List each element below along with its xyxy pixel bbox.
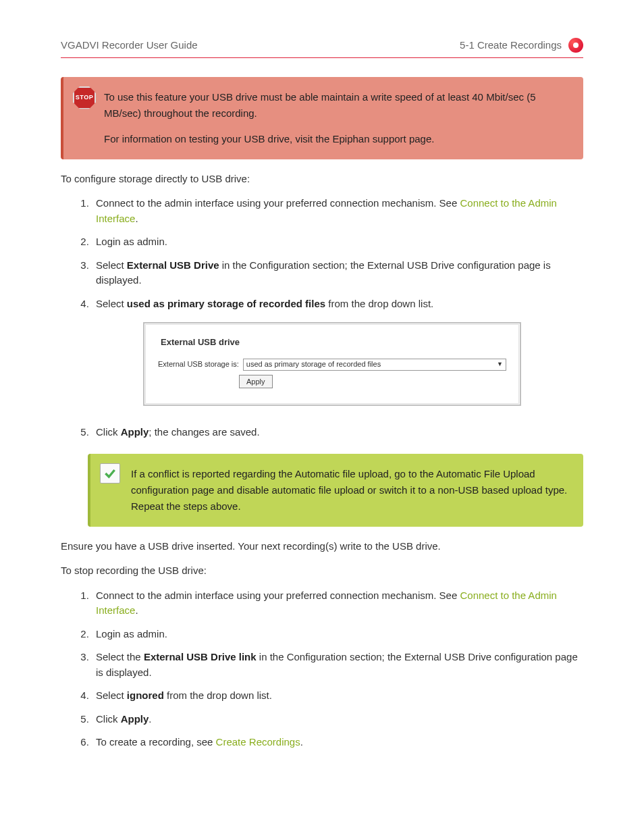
stop-text-2: For information on testing your USB driv… xyxy=(104,131,568,147)
stop-sign-icon: STOP xyxy=(73,86,96,109)
screenshot-label: External USB storage is: xyxy=(158,359,239,370)
step-5-post: ; the changes are saved. xyxy=(149,426,259,438)
stop-step-5-bold: Apply xyxy=(121,713,149,725)
usb-storage-select-value: used as primary storage of recorded file… xyxy=(246,359,381,370)
tip-text: If a conflict is reported regarding the … xyxy=(131,466,568,515)
step-1-post: . xyxy=(135,213,138,224)
step-4-post: from the drop down list. xyxy=(325,298,433,309)
section-title: 5-1 Create Recordings xyxy=(460,38,562,53)
ensure-usb-text: Ensure you have a USB drive inserted. Yo… xyxy=(61,539,583,554)
intro-stop: To stop recording the USB drive: xyxy=(61,563,583,579)
screenshot-row: External USB storage is: used as primary… xyxy=(158,359,506,371)
stop-step-4-bold: ignored xyxy=(127,689,164,701)
tip-callout: If a conflict is reported regarding the … xyxy=(88,454,583,527)
step-4: Select used as primary storage of record… xyxy=(92,296,583,407)
stop-step-1-post: . xyxy=(135,604,138,616)
step-5: Click Apply; the changes are saved. xyxy=(92,425,583,440)
stop-text-1: To use this feature your USB drive must … xyxy=(104,89,568,122)
screenshot-title: External USB drive xyxy=(161,336,506,349)
stop-step-6-post: . xyxy=(300,736,303,748)
chevron-down-icon: ▼ xyxy=(497,360,503,369)
stop-steps: Connect to the admin interface using you… xyxy=(92,588,583,750)
step-1-text: Connect to the admin interface using you… xyxy=(96,197,460,209)
brand-icon xyxy=(568,38,583,53)
stop-step-3: Select the External USB Drive link in th… xyxy=(92,650,583,680)
screenshot-panel: External USB drive External USB storage … xyxy=(145,324,519,404)
step-5-bold: Apply xyxy=(121,426,149,438)
stop-step-1: Connect to the admin interface using you… xyxy=(92,588,583,619)
step-1: Connect to the admin interface using you… xyxy=(92,196,583,226)
stop-step-1-pre: Connect to the admin interface using you… xyxy=(96,590,460,601)
section-title-wrap: 5-1 Create Recordings xyxy=(460,38,583,53)
step-2: Login as admin. xyxy=(92,234,583,250)
step-3-bold: External USB Drive xyxy=(127,259,219,271)
embedded-screenshot: External USB drive External USB storage … xyxy=(143,322,521,406)
create-recordings-link[interactable]: Create Recordings xyxy=(216,736,300,748)
guide-title: VGADVI Recorder User Guide xyxy=(61,38,198,53)
stop-step-4-post: from the drop down list. xyxy=(164,689,272,701)
checkmark-icon xyxy=(100,463,123,486)
stop-step-6-pre: To create a recording, see xyxy=(96,736,216,748)
page-header: VGADVI Recorder User Guide 5-1 Create Re… xyxy=(61,38,583,58)
step-4-bold: used as primary storage of recorded file… xyxy=(127,298,325,309)
intro-configure: To configure storage directly to USB dri… xyxy=(61,172,583,187)
stop-step-4: Select ignored from the drop down list. xyxy=(92,688,583,704)
stop-step-3-bold: External USB Drive link xyxy=(144,651,257,662)
stop-icon: STOP xyxy=(73,86,96,109)
stop-callout: STOP To use this feature your USB drive … xyxy=(61,77,583,159)
usb-storage-select[interactable]: used as primary storage of recorded file… xyxy=(243,359,506,371)
stop-step-3-pre: Select the xyxy=(96,651,144,662)
step-3: Select External USB Drive in the Configu… xyxy=(92,258,583,288)
configure-steps: Connect to the admin interface using you… xyxy=(92,196,583,440)
stop-step-4-pre: Select xyxy=(96,689,127,701)
step-3-pre: Select xyxy=(96,259,127,271)
step-4-pre: Select xyxy=(96,298,127,309)
stop-step-5: Click Apply. xyxy=(92,712,583,727)
stop-step-2: Login as admin. xyxy=(92,627,583,642)
stop-step-6: To create a recording, see Create Record… xyxy=(92,735,583,750)
stop-step-5-post: . xyxy=(149,713,151,725)
stop-step-5-pre: Click xyxy=(96,713,121,725)
apply-button[interactable]: Apply xyxy=(239,375,273,389)
step-5-pre: Click xyxy=(96,426,121,438)
